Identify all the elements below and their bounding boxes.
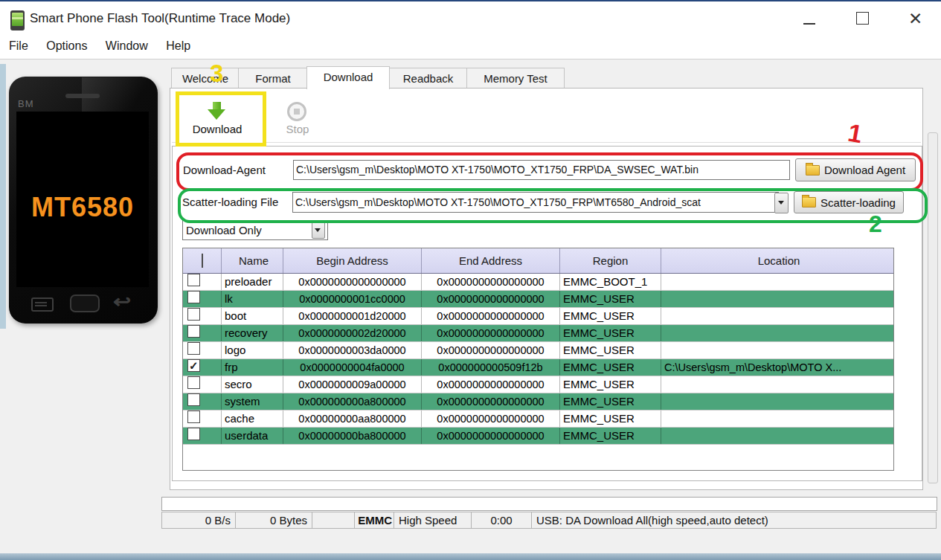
header-location: Location <box>661 248 893 273</box>
download-arrow-icon[interactable] <box>213 102 221 109</box>
phone-home-icon <box>70 295 100 312</box>
tab-readback[interactable]: Readback <box>388 68 468 88</box>
row-checkbox[interactable] <box>187 376 200 389</box>
table-row[interactable]: lk 0x0000000001cc0000 0x0000000000000000… <box>183 291 893 308</box>
titlebar: Smart Phone Flash Tool(Runtime Trace Mod… <box>0 1 941 36</box>
tab-memory-test[interactable]: Memory Test <box>466 68 565 88</box>
row-checkbox-checked[interactable]: ✓ <box>187 359 200 372</box>
menu-options[interactable]: Options <box>39 39 94 53</box>
table-row[interactable]: system 0x000000000a800000 0x000000000000… <box>183 393 893 411</box>
toolbar-separator <box>172 142 921 143</box>
scatter-button-label: Scatter-loading <box>820 196 896 209</box>
folder-icon <box>802 197 816 207</box>
table-row-frp[interactable]: ✓ frp 0x0000000004fa0000 0x000000000509f… <box>183 359 893 376</box>
status-chip: EMMC <box>355 512 394 529</box>
phone-menu-icon <box>31 297 54 312</box>
header-end-address: End Address <box>422 248 560 273</box>
status-message: USB: DA Download All(high speed,auto det… <box>532 512 937 529</box>
mode-dropdown-button[interactable] <box>312 222 325 239</box>
scrollbar[interactable] <box>928 132 938 483</box>
tab-format[interactable]: Format <box>238 68 308 88</box>
row-checkbox[interactable] <box>187 291 200 303</box>
phone-brand-text: BM <box>18 98 34 109</box>
table-row[interactable]: logo 0x0000000003da0000 0x00000000000000… <box>183 342 893 359</box>
phone-back-icon: ↩ <box>113 292 131 312</box>
table-header-row: Name Begin Address End Address Region Lo… <box>183 248 893 274</box>
tabbar-baseline <box>170 88 923 88</box>
tab-welcome[interactable]: Welcome <box>171 68 240 88</box>
row-checkbox[interactable] <box>187 428 200 440</box>
status-bytes: 0 Bytes <box>236 512 312 529</box>
phone-speaker <box>65 94 100 98</box>
menu-file[interactable]: File <box>1 39 36 53</box>
row-checkbox[interactable] <box>187 325 200 338</box>
row-checkbox[interactable] <box>187 308 200 321</box>
close-icon[interactable]: ✕ <box>908 8 922 29</box>
phone-chipset-label: MT6580 <box>16 192 149 223</box>
row-checkbox[interactable] <box>187 393 200 406</box>
checkmark-icon: ✓ <box>189 359 199 374</box>
header-name: Name <box>222 248 283 273</box>
download-button[interactable]: Download <box>179 123 255 135</box>
table-row[interactable]: boot 0x0000000001d20000 0x00000000000000… <box>183 308 893 325</box>
menu-help[interactable]: Help <box>158 39 198 53</box>
select-all-checkbox[interactable] <box>202 254 203 268</box>
select-all-cell <box>183 248 222 273</box>
download-arrow-head[interactable] <box>208 109 225 120</box>
left-blue-stripe <box>0 64 6 329</box>
window-bottom-edge <box>0 553 941 560</box>
row-checkbox[interactable] <box>187 342 200 355</box>
stop-button: Stop <box>283 123 312 135</box>
status-time: 0:00 <box>472 512 532 529</box>
annotation-step-3: 3 <box>210 59 223 88</box>
table-row[interactable]: preloader 0x0000000000000000 0x000000000… <box>183 274 893 291</box>
download-mode-select[interactable]: Download Only <box>182 220 328 240</box>
row-checkbox[interactable] <box>187 411 200 423</box>
annotation-step-2: 2 <box>869 210 882 238</box>
chevron-down-icon <box>315 228 321 232</box>
status-bar: 0 B/s 0 Bytes EMMC High Speed 0:00 USB: … <box>161 512 937 529</box>
window-title: Smart Phone Flash Tool(Runtime Trace Mod… <box>30 11 290 26</box>
minimize-icon[interactable] <box>803 23 815 25</box>
tab-download[interactable]: Download <box>306 66 390 89</box>
table-row[interactable]: recovery 0x0000000002d20000 0x0000000000… <box>183 325 893 342</box>
stop-icon <box>287 102 306 121</box>
download-agent-button-label: Download Agent <box>824 164 905 176</box>
table-row[interactable]: secro 0x0000000009a00000 0x0000000000000… <box>183 376 893 393</box>
download-agent-button[interactable]: Download Agent <box>795 158 916 181</box>
folder-icon <box>806 165 820 176</box>
maximize-icon[interactable] <box>856 12 869 25</box>
status-empty <box>312 512 355 529</box>
app-icon <box>10 10 25 30</box>
row-checkbox[interactable] <box>187 274 200 286</box>
table-row[interactable]: cache 0x00000000aa800000 0x0000000000000… <box>183 411 893 428</box>
header-begin-address: Begin Address <box>283 248 422 273</box>
header-region: Region <box>560 248 661 273</box>
status-usb-speed: High Speed <box>394 512 472 529</box>
table-row[interactable]: userdata 0x00000000ba800000 0x0000000000… <box>183 428 893 445</box>
progress-bar <box>161 497 937 511</box>
status-speed: 0 B/s <box>161 512 236 529</box>
menu-window[interactable]: Window <box>98 39 155 53</box>
partition-table: Name Begin Address End Address Region Lo… <box>182 248 894 471</box>
menubar: File Options Window Help <box>0 36 941 59</box>
scatter-loading-button[interactable]: Scatter-loading <box>794 191 904 213</box>
